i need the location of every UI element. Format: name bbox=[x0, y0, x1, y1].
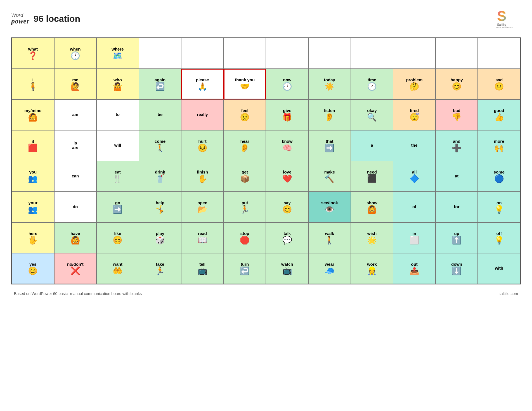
cell-r4-c8[interactable]: need⬛ bbox=[351, 161, 393, 192]
cell-r4-c4[interactable]: finish✋ bbox=[181, 161, 224, 192]
cell-r7-c8[interactable]: work👷 bbox=[351, 253, 393, 284]
cell-r4-c3[interactable]: drink🥤 bbox=[139, 161, 181, 192]
cell-r7-c4[interactable]: tell📺 bbox=[181, 253, 224, 284]
cell-r1-c5[interactable]: thank you🤝 bbox=[224, 69, 266, 99]
cell-r2-c0[interactable]: my/mine🙆 bbox=[12, 99, 54, 130]
cell-r6-c4[interactable]: read📖 bbox=[181, 222, 224, 253]
cell-r1-c6[interactable]: now🕐 bbox=[266, 69, 308, 99]
cell-r4-c1[interactable]: can bbox=[54, 161, 97, 192]
cell-r4-c10[interactable]: at bbox=[436, 161, 478, 192]
cell-r4-c0[interactable]: you👥 bbox=[12, 161, 54, 192]
cell-r3-c4[interactable]: hurt😣 bbox=[181, 130, 224, 161]
cell-r0-c5[interactable] bbox=[224, 38, 266, 69]
cell-r3-c8[interactable]: a bbox=[351, 130, 393, 161]
cell-r5-c6[interactable]: say😊 bbox=[266, 192, 308, 222]
cell-r6-c7[interactable]: walk🚶 bbox=[308, 222, 351, 253]
cell-r1-c3[interactable]: again↩️ bbox=[139, 69, 181, 99]
cell-r0-c7[interactable] bbox=[308, 38, 351, 69]
cell-r3-c11[interactable]: more🙌 bbox=[478, 130, 520, 161]
cell-r5-c2[interactable]: go➡️ bbox=[96, 192, 139, 222]
cell-r3-c9[interactable]: the bbox=[393, 130, 436, 161]
cell-r3-c7[interactable]: that➡️ bbox=[308, 130, 351, 161]
cell-r6-c3[interactable]: play🎲 bbox=[139, 222, 181, 253]
cell-r0-c1[interactable]: when🕐 bbox=[54, 38, 97, 69]
cell-r7-c1[interactable]: no/don't❌ bbox=[54, 253, 97, 284]
cell-r5-c3[interactable]: help🤸 bbox=[139, 192, 181, 222]
cell-r1-c7[interactable]: today☀️ bbox=[308, 69, 351, 99]
cell-r2-c4[interactable]: really bbox=[181, 99, 224, 130]
cell-r5-c4[interactable]: open📂 bbox=[181, 192, 224, 222]
cell-r7-c3[interactable]: take🏃 bbox=[139, 253, 181, 284]
cell-r1-c0[interactable]: I🧍 bbox=[12, 69, 54, 99]
cell-r0-c2[interactable]: where🗺️ bbox=[96, 38, 139, 69]
cell-r1-c4[interactable]: please🙏 bbox=[181, 69, 224, 99]
cell-r3-c0[interactable]: it🟥 bbox=[12, 130, 54, 161]
cell-r4-c5[interactable]: get📦 bbox=[224, 161, 266, 192]
cell-r2-c1[interactable]: am bbox=[54, 99, 97, 130]
cell-r7-c6[interactable]: watch📺 bbox=[266, 253, 308, 284]
cell-r6-c10[interactable]: up⬆️ bbox=[436, 222, 478, 253]
cell-r4-c6[interactable]: love❤️ bbox=[266, 161, 308, 192]
cell-r3-c3[interactable]: come🚶 bbox=[139, 130, 181, 161]
cell-r5-c9[interactable]: of bbox=[393, 192, 436, 222]
cell-r5-c11[interactable]: on💡 bbox=[478, 192, 520, 222]
cell-r4-c2[interactable]: eat🍴 bbox=[96, 161, 139, 192]
cell-r3-c6[interactable]: know🧠 bbox=[266, 130, 308, 161]
cell-r7-c10[interactable]: down⬇️ bbox=[436, 253, 478, 284]
cell-label-r3-c8: a bbox=[371, 143, 373, 148]
cell-r6-c5[interactable]: stop🛑 bbox=[224, 222, 266, 253]
cell-r5-c10[interactable]: for bbox=[436, 192, 478, 222]
cell-r5-c0[interactable]: your👥 bbox=[12, 192, 54, 222]
cell-label-r7-c10: down bbox=[451, 262, 462, 267]
cell-r3-c5[interactable]: hear👂 bbox=[224, 130, 266, 161]
cell-r2-c8[interactable]: okay🔍 bbox=[351, 99, 393, 130]
cell-r3-c10[interactable]: and➕ bbox=[436, 130, 478, 161]
cell-r0-c11[interactable] bbox=[478, 38, 520, 69]
cell-r5-c7[interactable]: see/look👁️ bbox=[308, 192, 351, 222]
cell-r7-c7[interactable]: wear🧢 bbox=[308, 253, 351, 284]
cell-r6-c6[interactable]: talk💬 bbox=[266, 222, 308, 253]
cell-label-r4-c11: some bbox=[494, 170, 505, 175]
cell-r6-c11[interactable]: off💡 bbox=[478, 222, 520, 253]
cell-r2-c5[interactable]: feel😟 bbox=[224, 99, 266, 130]
cell-r0-c0[interactable]: what❓ bbox=[12, 38, 54, 69]
cell-r2-c3[interactable]: be bbox=[139, 99, 181, 130]
cell-r2-c2[interactable]: to bbox=[96, 99, 139, 130]
cell-r0-c9[interactable] bbox=[393, 38, 436, 69]
cell-r2-c6[interactable]: give🎁 bbox=[266, 99, 308, 130]
cell-r1-c9[interactable]: problem🤔 bbox=[393, 69, 436, 99]
cell-r0-c6[interactable] bbox=[266, 38, 308, 69]
cell-r0-c8[interactable] bbox=[351, 38, 393, 69]
cell-r5-c1[interactable]: do bbox=[54, 192, 97, 222]
cell-r4-c11[interactable]: some🔵 bbox=[478, 161, 520, 192]
cell-r0-c4[interactable] bbox=[181, 38, 224, 69]
cell-r6-c1[interactable]: have🙆 bbox=[54, 222, 97, 253]
cell-r1-c10[interactable]: happy😊 bbox=[436, 69, 478, 99]
cell-label-r2-c0: my/mine bbox=[24, 108, 41, 113]
cell-r4-c9[interactable]: all🔷 bbox=[393, 161, 436, 192]
cell-r5-c8[interactable]: show🙆 bbox=[351, 192, 393, 222]
cell-r7-c5[interactable]: turn↩️ bbox=[224, 253, 266, 284]
cell-r7-c2[interactable]: want🤲 bbox=[96, 253, 139, 284]
cell-r1-c8[interactable]: time🕐 bbox=[351, 69, 393, 99]
cell-r2-c7[interactable]: listen👂 bbox=[308, 99, 351, 130]
cell-r3-c1[interactable]: is are bbox=[54, 130, 97, 161]
cell-r0-c10[interactable] bbox=[436, 38, 478, 69]
cell-r7-c0[interactable]: yes😊 bbox=[12, 253, 54, 284]
cell-r6-c9[interactable]: in⬜ bbox=[393, 222, 436, 253]
cell-r2-c10[interactable]: bad👎 bbox=[436, 99, 478, 130]
cell-r7-c9[interactable]: out📤 bbox=[393, 253, 436, 284]
cell-r1-c11[interactable]: sad😐 bbox=[478, 69, 520, 99]
cell-r2-c11[interactable]: good👍 bbox=[478, 99, 520, 130]
cell-r1-c2[interactable]: who🤷 bbox=[96, 69, 139, 99]
cell-r0-c3[interactable] bbox=[139, 38, 181, 69]
cell-r7-c11[interactable]: with bbox=[478, 253, 520, 284]
cell-r4-c7[interactable]: make🔨 bbox=[308, 161, 351, 192]
cell-r6-c8[interactable]: wish🌟 bbox=[351, 222, 393, 253]
cell-r2-c9[interactable]: tired😴 bbox=[393, 99, 436, 130]
cell-r5-c5[interactable]: put🏃 bbox=[224, 192, 266, 222]
cell-r6-c2[interactable]: like😊 bbox=[96, 222, 139, 253]
cell-r6-c0[interactable]: here🖐️ bbox=[12, 222, 54, 253]
cell-r1-c1[interactable]: me🙋 bbox=[54, 69, 97, 99]
cell-r3-c2[interactable]: will bbox=[96, 130, 139, 161]
